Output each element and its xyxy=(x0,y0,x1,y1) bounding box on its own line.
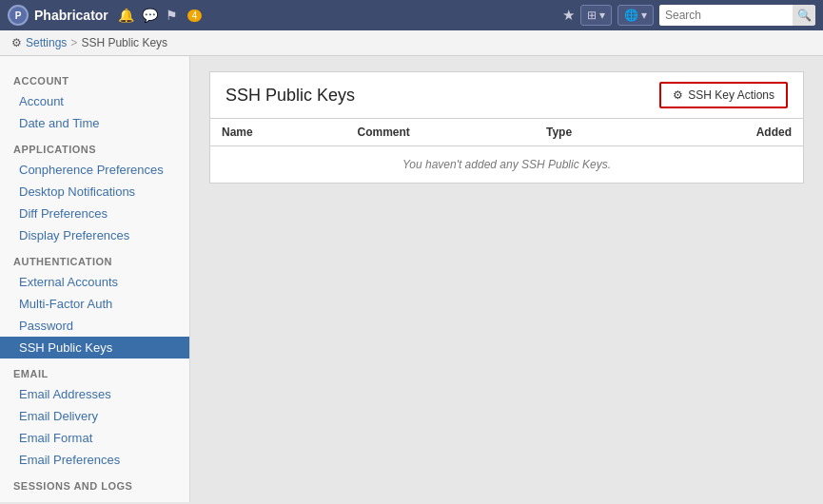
sidebar: ACCOUNTAccountDate and TimeAPPLICATIONSC… xyxy=(0,56,190,502)
search-button[interactable]: 🔍 xyxy=(793,5,815,26)
sidebar-item-account[interactable]: Account xyxy=(0,90,189,112)
content-area: SSH Public Keys ⚙ SSH Key Actions NameCo… xyxy=(190,56,823,502)
table-empty-row: You haven't added any SSH Public Keys. xyxy=(210,146,804,184)
col-header-name: Name xyxy=(210,119,346,146)
sidebar-item-ssh-public-keys[interactable]: SSH Public Keys xyxy=(0,337,189,359)
actions-gear-icon: ⚙ xyxy=(673,88,683,102)
grid-icon: ⊞ xyxy=(587,9,597,22)
ssh-keys-table: NameCommentTypeAdded You haven't added a… xyxy=(209,118,804,184)
sidebar-item-conpherence-preferences[interactable]: Conpherence Preferences xyxy=(0,159,189,181)
grid-chevron: ▾ xyxy=(599,9,605,22)
globe-button[interactable]: 🌐 ▾ xyxy=(617,5,654,26)
sidebar-item-display-preferences[interactable]: Display Preferences xyxy=(0,224,189,246)
globe-icon: 🌐 xyxy=(624,9,638,22)
sidebar-section-title: SESSIONS AND LOGS xyxy=(0,471,189,495)
col-header-comment: Comment xyxy=(346,119,535,146)
col-header-added: Added xyxy=(656,119,804,146)
notification-badge: 4 xyxy=(187,10,203,22)
logo-circle: P xyxy=(8,5,29,26)
page-header: SSH Public Keys ⚙ SSH Key Actions xyxy=(209,71,804,118)
breadcrumb-icon: ⚙ xyxy=(11,36,22,49)
search-box: 🔍 xyxy=(659,5,815,26)
app-name: Phabricator xyxy=(34,8,108,23)
sidebar-item-activity-logs[interactable]: Activity Logs xyxy=(0,495,189,502)
sidebar-item-email-preferences[interactable]: Email Preferences xyxy=(0,449,189,471)
page-title: SSH Public Keys xyxy=(225,86,355,106)
sidebar-item-email-delivery[interactable]: Email Delivery xyxy=(0,405,189,427)
star-button[interactable]: ★ xyxy=(562,7,575,24)
sidebar-section-title: AUTHENTICATION xyxy=(0,246,189,271)
main-layout: ACCOUNTAccountDate and TimeAPPLICATIONSC… xyxy=(0,56,823,502)
sidebar-section-title: ACCOUNT xyxy=(0,66,189,90)
sidebar-section-title: APPLICATIONS xyxy=(0,134,189,159)
chat-icon[interactable]: 💬 xyxy=(142,8,158,23)
flag-icon[interactable]: ⚑ xyxy=(166,8,178,23)
breadcrumb-separator: > xyxy=(70,36,77,49)
sidebar-item-desktop-notifications[interactable]: Desktop Notifications xyxy=(0,181,189,203)
search-input[interactable] xyxy=(659,5,793,26)
col-header-type: Type xyxy=(535,119,656,146)
grid-button[interactable]: ⊞ ▾ xyxy=(580,5,612,26)
sidebar-item-email-addresses[interactable]: Email Addresses xyxy=(0,383,189,405)
globe-chevron: ▾ xyxy=(641,9,647,22)
nav-icons: 🔔 💬 ⚑ 4 xyxy=(118,8,562,23)
table-empty-message: You haven't added any SSH Public Keys. xyxy=(210,146,804,184)
actions-button-label: SSH Key Actions xyxy=(688,88,774,102)
breadcrumb: ⚙ Settings > SSH Public Keys xyxy=(0,30,823,56)
sidebar-item-email-format[interactable]: Email Format xyxy=(0,427,189,449)
bell-icon[interactable]: 🔔 xyxy=(118,8,134,23)
app-logo[interactable]: P Phabricator xyxy=(8,5,108,26)
sidebar-section-title: EMAIL xyxy=(0,359,189,383)
logo-letter: P xyxy=(15,10,22,21)
breadcrumb-current: SSH Public Keys xyxy=(81,36,167,49)
sidebar-item-multi-factor-auth[interactable]: Multi-Factor Auth xyxy=(0,293,189,315)
sidebar-item-external-accounts[interactable]: External Accounts xyxy=(0,271,189,293)
sidebar-item-diff-preferences[interactable]: Diff Preferences xyxy=(0,203,189,224)
breadcrumb-settings-link[interactable]: Settings xyxy=(26,36,67,49)
sidebar-item-password[interactable]: Password xyxy=(0,315,189,337)
nav-right: ★ ⊞ ▾ 🌐 ▾ 🔍 xyxy=(562,5,815,26)
ssh-key-actions-button[interactable]: ⚙ SSH Key Actions xyxy=(659,82,788,108)
sidebar-item-date-and-time[interactable]: Date and Time xyxy=(0,112,189,134)
top-nav: P Phabricator 🔔 💬 ⚑ 4 ★ ⊞ ▾ 🌐 ▾ 🔍 xyxy=(0,0,823,30)
